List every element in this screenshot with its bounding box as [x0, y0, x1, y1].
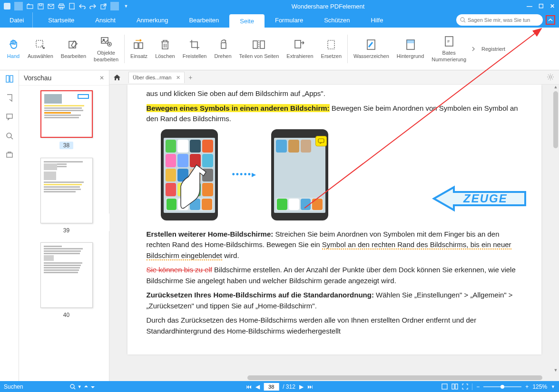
menu-seite[interactable]: Seite: [229, 14, 265, 28]
hscroll-thumb[interactable]: [247, 375, 542, 380]
title-bar: ▼ Wondershare PDFelement — ☐ ✕: [0, 0, 559, 12]
close-button[interactable]: ✕: [549, 3, 556, 10]
search-input[interactable]: [468, 17, 539, 23]
arrow-stamp[interactable]: ZEUGE: [432, 185, 527, 212]
search-panel-icon[interactable]: [4, 130, 15, 142]
tool-split[interactable]: Teilen von Seiten: [235, 30, 283, 68]
bookmarks-panel-icon[interactable]: [4, 92, 15, 104]
left-nav: [0, 70, 19, 381]
menu-file[interactable]: Datei: [10, 12, 33, 28]
menu-formulare[interactable]: Formulare: [265, 12, 314, 28]
tell-me-search[interactable]: [456, 14, 543, 26]
svg-rect-0: [4, 3, 10, 10]
svg-point-36: [70, 384, 74, 388]
svg-rect-37: [442, 384, 447, 389]
registered-label[interactable]: Registriert: [477, 46, 510, 52]
thumbnail-40[interactable]: 40: [33, 242, 99, 318]
thumbnails-panel-icon[interactable]: [4, 73, 15, 85]
undo-icon[interactable]: [78, 2, 87, 10]
tool-hand[interactable]: Hand: [3, 30, 24, 68]
save-icon[interactable]: [36, 2, 45, 10]
tool-rotate[interactable]: Drehen: [210, 30, 235, 68]
find-next-icon[interactable]: [90, 384, 95, 389]
ribbon-more-button[interactable]: [470, 35, 477, 63]
fit-width-icon[interactable]: [451, 383, 458, 390]
svg-rect-38: [452, 384, 454, 389]
zoom-level[interactable]: 125%: [532, 383, 547, 390]
document-tab[interactable]: Über dies...rman ✕: [128, 72, 185, 83]
thumbnail-38[interactable]: 38: [33, 90, 99, 149]
maximize-button[interactable]: ☐: [537, 3, 545, 10]
document-tabs: Über dies...rman ✕ +: [109, 70, 559, 85]
tool-watermark[interactable]: Wasserzeichen: [350, 30, 393, 68]
scroll-thumb[interactable]: [553, 91, 558, 148]
svg-rect-1: [27, 5, 33, 9]
thumbnail-39[interactable]: 39: [33, 158, 99, 234]
tool-select[interactable]: Auswählen: [24, 30, 57, 68]
svg-rect-29: [10, 76, 13, 82]
sticky-note-icon[interactable]: [315, 136, 327, 146]
app-logo-icon[interactable]: [3, 2, 11, 10]
svg-text:#: #: [447, 39, 450, 44]
redo-icon[interactable]: [88, 2, 97, 10]
first-page-button[interactable]: ⏮: [246, 383, 252, 390]
svg-rect-20: [260, 41, 265, 48]
zoom-slider[interactable]: [483, 386, 521, 387]
open-icon[interactable]: [26, 2, 34, 10]
horizontal-scrollbar[interactable]: [219, 374, 552, 381]
svg-rect-3: [39, 4, 42, 6]
tool-object-edit[interactable]: Objekte bearbeiten: [90, 30, 122, 68]
svg-rect-25: [407, 40, 414, 43]
ribbon: Hand Auswählen Bearbeiten Objekte bearbe…: [0, 28, 559, 70]
find-dropdown-icon[interactable]: ▼: [78, 384, 82, 389]
tool-crop[interactable]: Freistellen: [179, 30, 211, 68]
find-icon[interactable]: [70, 384, 76, 390]
export-icon[interactable]: [99, 2, 108, 10]
tool-delete[interactable]: Löschen: [151, 30, 179, 68]
tool-background[interactable]: Hintergrund: [393, 30, 428, 68]
menu-startseite[interactable]: Startseite: [38, 12, 85, 28]
mail-icon[interactable]: [47, 2, 55, 10]
page-number-input[interactable]: [264, 383, 279, 391]
comments-panel-icon[interactable]: [4, 111, 15, 123]
find-prev-icon[interactable]: [84, 384, 88, 389]
new-tab-button[interactable]: +: [185, 74, 196, 81]
prev-page-button[interactable]: ◀: [255, 383, 260, 390]
last-page-button[interactable]: ⏭: [307, 383, 313, 390]
document-page: aus und klicken Sie oben auf dem Bildsch…: [127, 85, 541, 354]
menu-ansicht[interactable]: Ansicht: [85, 12, 126, 28]
menu-bar: Datei Startseite Ansicht Anmerkung Bearb…: [0, 12, 559, 28]
thumbnails-close-button[interactable]: ✕: [99, 75, 104, 81]
vertical-scrollbar[interactable]: ▲ ▼: [552, 85, 559, 374]
menu-schuetzen[interactable]: Schützen: [314, 12, 360, 28]
svg-point-10: [461, 18, 464, 21]
attachments-panel-icon[interactable]: [4, 149, 15, 161]
svg-rect-8: [69, 3, 74, 9]
status-search-label[interactable]: Suchen: [4, 383, 23, 390]
collapse-ribbon-button[interactable]: [546, 15, 555, 25]
tool-insert[interactable]: Einsatz: [127, 30, 151, 68]
zoom-dropdown-icon[interactable]: ▼: [551, 384, 555, 389]
print-icon[interactable]: [57, 2, 66, 10]
menu-hilfe[interactable]: Hilfe: [360, 12, 393, 28]
zoom-out-button[interactable]: −: [476, 383, 480, 390]
settings-gear-icon[interactable]: [547, 73, 554, 81]
close-tab-button[interactable]: ✕: [176, 75, 180, 81]
home-tab-icon[interactable]: [113, 74, 124, 81]
document-viewer[interactable]: aus und klicken Sie oben auf dem Bildsch…: [109, 85, 559, 381]
menu-bearbeiten[interactable]: Bearbeiten: [178, 12, 229, 28]
qat-dropdown-icon[interactable]: ▼: [122, 2, 130, 10]
svg-rect-18: [221, 43, 226, 48]
menu-anmerkung[interactable]: Anmerkung: [126, 12, 178, 28]
tool-bates[interactable]: # Bates Nummerierung: [428, 30, 470, 68]
scan-icon[interactable]: [68, 2, 76, 10]
next-page-button[interactable]: ▶: [299, 383, 304, 390]
minimize-button[interactable]: —: [526, 3, 533, 10]
tool-extract[interactable]: Extrahieren: [283, 30, 317, 68]
zoom-in-button[interactable]: +: [525, 383, 529, 390]
fit-page-icon[interactable]: [441, 383, 448, 390]
fullscreen-icon[interactable]: [462, 383, 468, 390]
svg-rect-2: [38, 4, 43, 9]
tool-edit[interactable]: Bearbeiten: [57, 30, 90, 68]
tool-replace[interactable]: Ersetzen: [317, 30, 345, 68]
